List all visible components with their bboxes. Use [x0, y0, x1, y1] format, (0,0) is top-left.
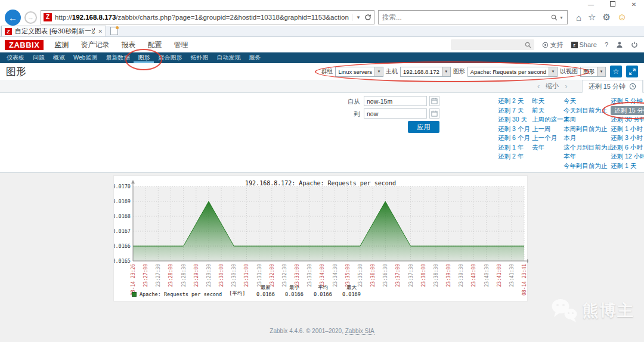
zoom-out-link[interactable]: 缩小 — [546, 82, 559, 91]
new-tab-button[interactable] — [110, 27, 118, 35]
address-bar[interactable]: Z http://192.168.8.173/zabbix/charts.php… — [41, 10, 374, 24]
time-link-去年[interactable]: 去年 — [532, 144, 544, 151]
svg-text:23:39:30: 23:39:30 — [459, 264, 464, 287]
time-link-还剩1小时[interactable]: 还剩 1 小时 — [611, 125, 643, 132]
refresh-icon[interactable] — [364, 14, 371, 21]
time-link-本年[interactable]: 本年 — [564, 153, 576, 160]
home-icon[interactable]: ⌂ — [576, 13, 581, 23]
subnav-item-6[interactable]: 聚合图形 — [154, 52, 186, 63]
back-button[interactable]: ← — [5, 10, 21, 26]
time-link-本周到目前为止[interactable]: 本周到目前为止 — [564, 125, 608, 132]
menu-item-1[interactable]: 资产记录 — [80, 40, 109, 50]
subnav-item-7[interactable]: 拓扑图 — [186, 52, 212, 63]
subnav-item-4[interactable]: 最新数据 — [101, 52, 134, 63]
share-link[interactable]: z Share — [571, 41, 597, 48]
search-dropdown-icon[interactable]: ▼ — [559, 15, 564, 20]
minimize-icon[interactable]: — — [587, 1, 595, 8]
time-link-还剩3个月[interactable]: 还剩 3 个月 — [498, 125, 530, 132]
footer-link[interactable]: Zabbix SIA — [345, 328, 374, 335]
group-select[interactable]: Linux servers ▼ — [335, 67, 383, 77]
settings-gear-icon[interactable]: ⚙ — [603, 12, 611, 23]
time-link-上一个月[interactable]: 上一个月 — [532, 134, 557, 141]
favorites-star-icon[interactable]: ☆ — [588, 12, 596, 23]
time-link-还剩12小时[interactable]: 还剩 12 小时 — [611, 153, 644, 160]
svg-text:23:36:30: 23:36:30 — [383, 264, 388, 287]
time-link-今年到目前为止[interactable]: 今年到目前为止 — [564, 162, 608, 169]
zabbix-search-input[interactable] — [451, 39, 534, 50]
tab-close-icon[interactable]: ✕ — [98, 29, 103, 35]
time-back-chevron[interactable]: ‹ — [531, 82, 546, 91]
to-input[interactable] — [364, 108, 427, 119]
zabbix-logo[interactable]: ZABBIX — [5, 40, 44, 50]
time-link-今天到目前为止[interactable]: 今天到目前为止 — [564, 107, 608, 114]
logout-power-icon[interactable] — [631, 41, 638, 48]
to-calendar-button[interactable] — [429, 108, 439, 119]
maximize-icon[interactable] — [610, 1, 615, 7]
from-input[interactable] — [364, 96, 427, 106]
time-link-今天[interactable]: 今天 — [564, 97, 576, 104]
time-link-本月[interactable]: 本月 — [564, 134, 576, 141]
menu-item-4[interactable]: 管理 — [174, 40, 188, 50]
close-icon[interactable]: ✕ — [630, 1, 638, 8]
svg-text:23:29:00: 23:29:00 — [194, 264, 199, 287]
svg-text:23:27:30: 23:27:30 — [156, 264, 161, 287]
time-link-还剩2天[interactable]: 还剩 2 天 — [498, 97, 524, 104]
host-select[interactable]: 192.168.8.172 ▼ — [400, 67, 451, 77]
time-link-还剩7天[interactable]: 还剩 7 天 — [498, 107, 524, 114]
menu-item-0[interactable]: 监测 — [54, 40, 69, 50]
from-calendar-button[interactable] — [429, 96, 439, 106]
subnav-item-1[interactable]: 问题 — [29, 52, 49, 63]
time-link-还剩15分钟[interactable]: 还剩 15 分钟 — [611, 106, 644, 116]
tab-title: 自定义图表 [每30秒刷新一次] — [15, 27, 95, 36]
legend-function: [平均] — [229, 290, 245, 297]
menu-item-2[interactable]: 报表 — [121, 40, 135, 50]
time-link-本周[interactable]: 本周 — [564, 116, 576, 123]
svg-text:23:31:00: 23:31:00 — [244, 264, 249, 287]
legend-stat-3: 最大0.0169 — [337, 284, 366, 297]
favorite-star-button[interactable]: ☆ — [610, 66, 622, 77]
url-text[interactable]: http://192.168.8.173/zabbix/charts.php?p… — [55, 14, 349, 21]
forward-button[interactable]: → — [24, 11, 37, 24]
time-link-还剩2年[interactable]: 还剩 2 年 — [498, 153, 524, 160]
svg-text:23:30:00: 23:30:00 — [219, 264, 224, 287]
time-link-还剩6个月[interactable]: 还剩 6 个月 — [498, 134, 530, 141]
menu-item-3[interactable]: 配置 — [147, 40, 162, 50]
feedback-smiley-icon[interactable]: ☺ — [617, 12, 627, 23]
time-link-上一周[interactable]: 上一周 — [532, 125, 551, 132]
graph-select[interactable]: Apache: Requests per second ▼ — [467, 67, 558, 77]
subnav-item-0[interactable]: 仪表板 — [2, 52, 29, 63]
time-link-前天[interactable]: 前天 — [532, 107, 544, 114]
svg-text:0.0170: 0.0170 — [114, 184, 131, 189]
graph-select-group: 群组 Linux servers ▼ 主机 192.168.8.172 ▼ 图形… — [321, 67, 606, 77]
time-link-还剩30天[interactable]: 还剩 30 天 — [498, 116, 527, 123]
apply-button[interactable]: 应用 — [408, 121, 439, 133]
time-link-昨天[interactable]: 昨天 — [532, 97, 544, 104]
browser-tab[interactable]: Z 自定义图表 [每30秒刷新一次] ✕ — [1, 26, 106, 36]
subnav-item-8[interactable]: 自动发现 — [212, 52, 244, 63]
from-label: 自从 — [310, 98, 360, 106]
help-link[interactable]: ? — [605, 41, 608, 48]
svg-text:23:31:30: 23:31:30 — [257, 264, 262, 287]
time-link-还剩1天[interactable]: 还剩 1 天 — [611, 162, 636, 169]
time-link-这个月到目前为止[interactable]: 这个月到目前为止 — [564, 144, 614, 151]
url-dropdown-icon[interactable]: ▼ — [356, 15, 361, 20]
time-link-还剩5分钟[interactable]: 还剩 5 分钟 — [611, 97, 643, 104]
support-icon — [542, 42, 549, 48]
graph-svg[interactable]: 0.01700.01690.01680.01670.01660.016508-1… — [114, 176, 528, 302]
time-link-还剩1年[interactable]: 还剩 1 年 — [498, 144, 524, 151]
time-link-还剩6小时[interactable]: 还剩 6 小时 — [611, 144, 643, 151]
subnav-item-5[interactable]: 图形 — [134, 52, 154, 63]
time-range-tab[interactable]: 还剩 15 分钟 — [582, 80, 643, 93]
subnav-item-2[interactable]: 概览 — [49, 52, 69, 63]
subnav-item-9[interactable]: 服务 — [244, 52, 265, 63]
time-link-还剩30分钟[interactable]: 还剩 30 分钟 — [611, 116, 644, 123]
fullscreen-button[interactable] — [626, 66, 638, 77]
subnav-item-3[interactable]: Web监测 — [69, 52, 101, 63]
user-profile-icon[interactable] — [616, 41, 623, 48]
time-link-还剩3小时[interactable]: 还剩 3 小时 — [611, 134, 643, 141]
support-link[interactable]: 支持 — [542, 41, 564, 49]
time-forward-chevron[interactable]: › — [559, 82, 573, 91]
view-as-select[interactable]: 图形 ▼ — [580, 67, 606, 77]
browser-search-box[interactable]: 搜索... ▼ — [378, 10, 568, 24]
search-icon[interactable] — [551, 14, 558, 21]
